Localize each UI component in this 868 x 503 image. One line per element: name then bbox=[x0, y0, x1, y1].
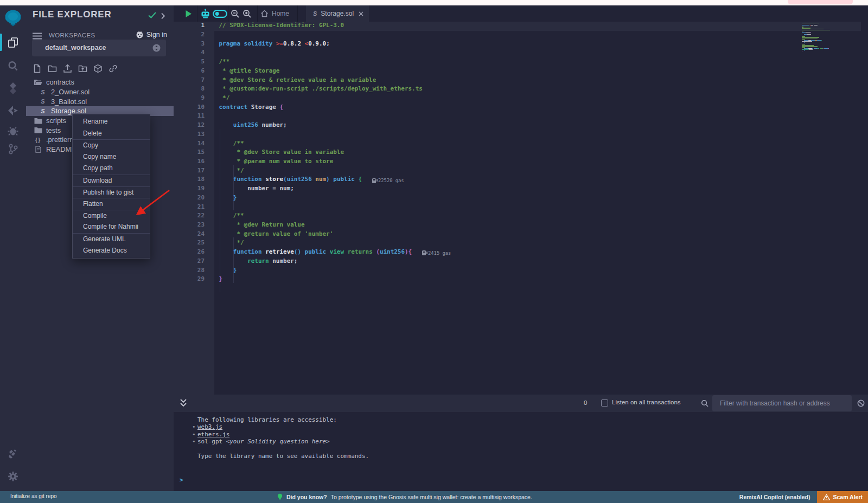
line-number: 2 bbox=[174, 31, 205, 40]
terminal-toolbar: 0 Listen on all transactions bbox=[174, 395, 868, 412]
run-script-button[interactable] bbox=[185, 10, 192, 20]
code-line-5[interactable]: 5/** bbox=[174, 58, 868, 67]
editor-minimap[interactable] bbox=[802, 23, 837, 53]
menu-item-generate-docs[interactable]: Generate Docs bbox=[73, 245, 150, 257]
tab-home-label: Home bbox=[272, 10, 289, 17]
workspace-selected-value: default_workspace bbox=[45, 44, 106, 51]
new-file-icon[interactable] bbox=[33, 64, 42, 73]
code-editor[interactable]: 1// SPDX-License-Identifier: GPL-3.023pr… bbox=[174, 22, 868, 395]
tab-close-icon[interactable] bbox=[359, 11, 363, 16]
code-line-27[interactable]: 27 return number; bbox=[174, 257, 868, 267]
code-line-4[interactable]: 4 bbox=[174, 49, 868, 58]
browser-top-strip bbox=[0, 0, 868, 5]
code-line-11[interactable]: 11 bbox=[174, 112, 868, 121]
code-line-23[interactable]: 23 * @dev Return value bbox=[174, 221, 868, 230]
link-icon[interactable] bbox=[108, 64, 118, 73]
copilot-toggle[interactable] bbox=[213, 10, 227, 20]
code-line-7[interactable]: 7 * @dev Store & retrieve value in a var… bbox=[174, 76, 868, 86]
ipfs-box-icon[interactable] bbox=[93, 64, 103, 73]
terminal-line: •sol-gpt <your Solidity question here> bbox=[174, 438, 868, 445]
code-line-8[interactable]: 8 * @custom:dev-run-script ./scripts/dep… bbox=[174, 85, 868, 94]
line-number: 9 bbox=[174, 94, 205, 104]
terminal-link-ethers-js[interactable]: ethers.js bbox=[197, 431, 229, 438]
upload-folder-icon[interactable] bbox=[78, 64, 87, 73]
code-line-3[interactable]: 3pragma solidity >=0.8.2 <0.9.0; bbox=[174, 40, 868, 49]
expand-terminal-icon[interactable] bbox=[179, 398, 188, 410]
zoom-out-icon[interactable] bbox=[231, 9, 240, 21]
listen-checkbox[interactable] bbox=[601, 399, 608, 407]
workspaces-label: WORKSPACES bbox=[49, 32, 95, 38]
code-line-13[interactable]: 13 bbox=[174, 131, 868, 140]
code-line-26[interactable]: 26 function retrieve() public view retur… bbox=[174, 248, 868, 257]
code-line-9[interactable]: 9 */ bbox=[174, 94, 868, 104]
code-line-1[interactable]: 1// SPDX-License-Identifier: GPL-3.0 bbox=[174, 22, 868, 31]
menu-item-delete[interactable]: Delete bbox=[73, 128, 150, 140]
code-line-6[interactable]: 6 * @title Storage bbox=[174, 67, 868, 76]
code-line-25[interactable]: 25 */ bbox=[174, 239, 868, 248]
menu-item-copy[interactable]: Copy bbox=[73, 139, 150, 151]
code-line-14[interactable]: 14 /** bbox=[174, 140, 868, 149]
terminal-link-web3-js[interactable]: web3.js bbox=[197, 423, 222, 430]
debugger-icon[interactable] bbox=[0, 125, 26, 137]
code-line-2[interactable]: 2 bbox=[174, 31, 868, 40]
status-bar: Initialize as git repo Did you know? To … bbox=[0, 491, 868, 503]
search-icon[interactable] bbox=[0, 60, 26, 72]
menu-item-generate-uml[interactable]: Generate UML bbox=[73, 233, 150, 245]
git-init-button[interactable]: Initialize as git repo bbox=[10, 493, 57, 499]
workspace-select[interactable]: default_workspace bbox=[32, 40, 166, 56]
code-line-16[interactable]: 16 * @param num value to store bbox=[174, 158, 868, 167]
tab-home[interactable]: Home bbox=[260, 5, 297, 22]
code-line-22[interactable]: 22 /** bbox=[174, 212, 868, 221]
code-line-20[interactable]: 20 } bbox=[174, 194, 868, 203]
plugin-manager-icon[interactable] bbox=[0, 448, 26, 460]
scam-alert-badge[interactable]: Scam Alert bbox=[817, 491, 868, 503]
file-explorer-icon[interactable] bbox=[0, 36, 26, 48]
new-folder-icon[interactable] bbox=[48, 64, 57, 73]
tree-item-contracts[interactable]: contracts bbox=[26, 78, 174, 87]
tab-storage-sol[interactable]: S Storage.sol bbox=[306, 5, 369, 22]
copilot-status[interactable]: RemixAI Copilot (enabled) bbox=[739, 494, 810, 500]
menu-item-copy-name[interactable]: Copy name bbox=[73, 151, 150, 163]
code-line-15[interactable]: 15 * @dev Store value in variable bbox=[174, 149, 868, 158]
code-line-17[interactable]: 17 */ bbox=[174, 167, 868, 176]
remix-logo-icon[interactable] bbox=[0, 8, 26, 29]
terminal-search-icon[interactable] bbox=[701, 399, 709, 409]
code-line-19[interactable]: 19 number = num; bbox=[174, 185, 868, 194]
check-icon bbox=[148, 11, 157, 21]
editor-area: Home S Storage.sol 1// SPDX-License-Iden… bbox=[174, 5, 868, 395]
code-line-29[interactable]: 29} bbox=[174, 275, 868, 285]
terminal-output[interactable]: The following libraries are accessible:•… bbox=[174, 412, 868, 491]
code-line-28[interactable]: 28 } bbox=[174, 267, 868, 276]
zoom-in-icon[interactable] bbox=[242, 9, 252, 21]
line-number: 27 bbox=[174, 257, 205, 267]
menu-item-copy-path[interactable]: Copy path bbox=[73, 163, 150, 175]
terminal-prompt[interactable]: > bbox=[174, 476, 868, 483]
remixai-robot-icon[interactable] bbox=[200, 9, 210, 21]
line-number: 8 bbox=[174, 85, 205, 94]
menu-item-compile-for-nahmii[interactable]: Compile for Nahmii bbox=[73, 221, 150, 233]
git-icon[interactable] bbox=[0, 143, 26, 155]
code-line-21[interactable]: 21 bbox=[174, 203, 868, 212]
tree-item-2-owner-sol[interactable]: S2_Owner.sol bbox=[26, 87, 174, 97]
code-line-10[interactable]: 10contract Storage { bbox=[174, 104, 868, 113]
solidity-file-icon: S bbox=[313, 10, 317, 17]
editor-tabbar: Home S Storage.sol bbox=[174, 5, 868, 22]
menu-item-rename[interactable]: Rename bbox=[73, 116, 150, 128]
code-line-18[interactable]: 18 function store(uint256 num) public { bbox=[174, 176, 868, 185]
line-number: 14 bbox=[174, 140, 205, 149]
settings-icon[interactable] bbox=[0, 470, 26, 482]
transaction-filter-input[interactable] bbox=[712, 395, 852, 411]
code-line-12[interactable]: 12 uint256 number; bbox=[174, 121, 868, 131]
code-line-24[interactable]: 24 * @return value of 'number' bbox=[174, 230, 868, 240]
chevron-right-icon[interactable] bbox=[161, 12, 165, 22]
tree-item-label: tests bbox=[46, 126, 61, 134]
clear-console-icon[interactable] bbox=[857, 399, 865, 409]
line-number: 1 bbox=[174, 22, 205, 31]
deploy-run-icon[interactable] bbox=[0, 105, 26, 117]
upload-file-icon[interactable] bbox=[63, 64, 72, 73]
menu-item-download[interactable]: Download bbox=[73, 175, 150, 186]
panel-title: FILE EXPLORER bbox=[33, 9, 111, 20]
solidity-compiler-icon[interactable] bbox=[0, 82, 26, 95]
sign-in-button[interactable]: Sign in bbox=[136, 31, 167, 38]
tree-item-3-ballot-sol[interactable]: S3_Ballot.sol bbox=[26, 96, 174, 106]
